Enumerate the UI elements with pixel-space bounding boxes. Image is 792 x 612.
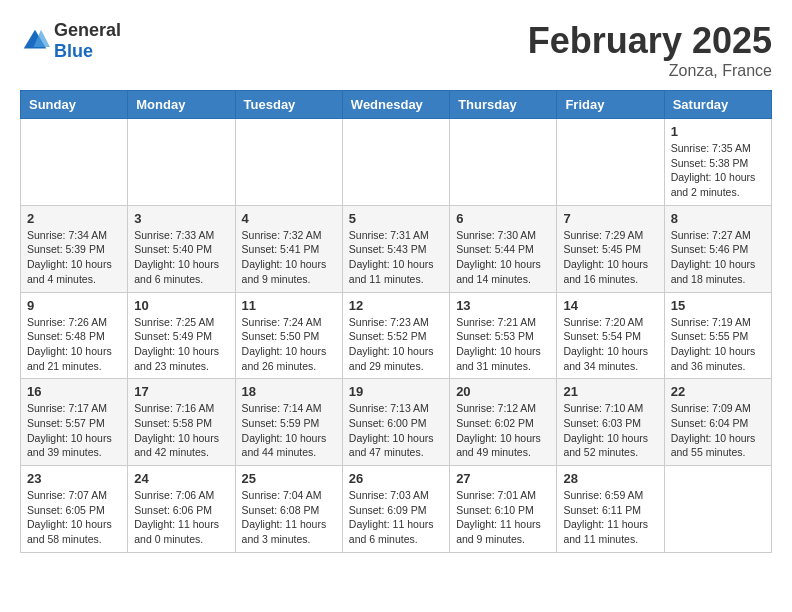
logo-text: General Blue <box>54 20 121 62</box>
col-header-wednesday: Wednesday <box>342 91 449 119</box>
day-info: Sunrise: 7:01 AM Sunset: 6:10 PM Dayligh… <box>456 488 550 547</box>
day-cell <box>21 119 128 206</box>
day-number: 15 <box>671 298 765 313</box>
week-row-2: 9Sunrise: 7:26 AM Sunset: 5:48 PM Daylig… <box>21 292 772 379</box>
logo-general-text: General <box>54 20 121 41</box>
day-number: 19 <box>349 384 443 399</box>
day-info: Sunrise: 7:14 AM Sunset: 5:59 PM Dayligh… <box>242 401 336 460</box>
day-number: 24 <box>134 471 228 486</box>
day-number: 11 <box>242 298 336 313</box>
day-info: Sunrise: 7:31 AM Sunset: 5:43 PM Dayligh… <box>349 228 443 287</box>
day-cell: 12Sunrise: 7:23 AM Sunset: 5:52 PM Dayli… <box>342 292 449 379</box>
day-info: Sunrise: 7:25 AM Sunset: 5:49 PM Dayligh… <box>134 315 228 374</box>
day-number: 17 <box>134 384 228 399</box>
day-cell: 6Sunrise: 7:30 AM Sunset: 5:44 PM Daylig… <box>450 205 557 292</box>
day-info: Sunrise: 7:17 AM Sunset: 5:57 PM Dayligh… <box>27 401 121 460</box>
day-number: 9 <box>27 298 121 313</box>
day-number: 10 <box>134 298 228 313</box>
day-number: 14 <box>563 298 657 313</box>
col-header-thursday: Thursday <box>450 91 557 119</box>
header: General Blue February 2025 Zonza, France <box>20 20 772 80</box>
day-cell: 14Sunrise: 7:20 AM Sunset: 5:54 PM Dayli… <box>557 292 664 379</box>
day-number: 8 <box>671 211 765 226</box>
day-number: 1 <box>671 124 765 139</box>
day-info: Sunrise: 7:34 AM Sunset: 5:39 PM Dayligh… <box>27 228 121 287</box>
day-cell <box>557 119 664 206</box>
logo-icon <box>20 26 50 56</box>
day-info: Sunrise: 7:07 AM Sunset: 6:05 PM Dayligh… <box>27 488 121 547</box>
day-number: 26 <box>349 471 443 486</box>
day-number: 4 <box>242 211 336 226</box>
day-info: Sunrise: 7:30 AM Sunset: 5:44 PM Dayligh… <box>456 228 550 287</box>
day-number: 28 <box>563 471 657 486</box>
day-cell: 28Sunrise: 6:59 AM Sunset: 6:11 PM Dayli… <box>557 466 664 553</box>
day-cell: 18Sunrise: 7:14 AM Sunset: 5:59 PM Dayli… <box>235 379 342 466</box>
day-cell: 20Sunrise: 7:12 AM Sunset: 6:02 PM Dayli… <box>450 379 557 466</box>
day-info: Sunrise: 7:29 AM Sunset: 5:45 PM Dayligh… <box>563 228 657 287</box>
day-cell: 5Sunrise: 7:31 AM Sunset: 5:43 PM Daylig… <box>342 205 449 292</box>
week-row-3: 16Sunrise: 7:17 AM Sunset: 5:57 PM Dayli… <box>21 379 772 466</box>
day-cell: 15Sunrise: 7:19 AM Sunset: 5:55 PM Dayli… <box>664 292 771 379</box>
day-info: Sunrise: 7:12 AM Sunset: 6:02 PM Dayligh… <box>456 401 550 460</box>
day-cell: 26Sunrise: 7:03 AM Sunset: 6:09 PM Dayli… <box>342 466 449 553</box>
day-number: 25 <box>242 471 336 486</box>
col-header-sunday: Sunday <box>21 91 128 119</box>
week-row-0: 1Sunrise: 7:35 AM Sunset: 5:38 PM Daylig… <box>21 119 772 206</box>
day-cell: 16Sunrise: 7:17 AM Sunset: 5:57 PM Dayli… <box>21 379 128 466</box>
calendar-header: SundayMondayTuesdayWednesdayThursdayFrid… <box>21 91 772 119</box>
day-cell: 13Sunrise: 7:21 AM Sunset: 5:53 PM Dayli… <box>450 292 557 379</box>
day-info: Sunrise: 7:27 AM Sunset: 5:46 PM Dayligh… <box>671 228 765 287</box>
day-info: Sunrise: 7:03 AM Sunset: 6:09 PM Dayligh… <box>349 488 443 547</box>
day-number: 7 <box>563 211 657 226</box>
day-info: Sunrise: 7:32 AM Sunset: 5:41 PM Dayligh… <box>242 228 336 287</box>
day-cell <box>664 466 771 553</box>
day-cell: 9Sunrise: 7:26 AM Sunset: 5:48 PM Daylig… <box>21 292 128 379</box>
day-info: Sunrise: 7:16 AM Sunset: 5:58 PM Dayligh… <box>134 401 228 460</box>
day-info: Sunrise: 7:09 AM Sunset: 6:04 PM Dayligh… <box>671 401 765 460</box>
day-info: Sunrise: 7:26 AM Sunset: 5:48 PM Dayligh… <box>27 315 121 374</box>
week-row-4: 23Sunrise: 7:07 AM Sunset: 6:05 PM Dayli… <box>21 466 772 553</box>
day-info: Sunrise: 7:20 AM Sunset: 5:54 PM Dayligh… <box>563 315 657 374</box>
day-number: 21 <box>563 384 657 399</box>
day-cell: 1Sunrise: 7:35 AM Sunset: 5:38 PM Daylig… <box>664 119 771 206</box>
day-info: Sunrise: 7:13 AM Sunset: 6:00 PM Dayligh… <box>349 401 443 460</box>
day-cell <box>235 119 342 206</box>
day-cell: 2Sunrise: 7:34 AM Sunset: 5:39 PM Daylig… <box>21 205 128 292</box>
day-info: Sunrise: 7:35 AM Sunset: 5:38 PM Dayligh… <box>671 141 765 200</box>
day-number: 27 <box>456 471 550 486</box>
calendar-body: 1Sunrise: 7:35 AM Sunset: 5:38 PM Daylig… <box>21 119 772 553</box>
day-info: Sunrise: 7:04 AM Sunset: 6:08 PM Dayligh… <box>242 488 336 547</box>
day-number: 22 <box>671 384 765 399</box>
day-info: Sunrise: 7:33 AM Sunset: 5:40 PM Dayligh… <box>134 228 228 287</box>
day-number: 18 <box>242 384 336 399</box>
calendar: SundayMondayTuesdayWednesdayThursdayFrid… <box>20 90 772 553</box>
day-info: Sunrise: 7:10 AM Sunset: 6:03 PM Dayligh… <box>563 401 657 460</box>
logo: General Blue <box>20 20 121 62</box>
header-row: SundayMondayTuesdayWednesdayThursdayFrid… <box>21 91 772 119</box>
day-number: 5 <box>349 211 443 226</box>
location: Zonza, France <box>528 62 772 80</box>
day-cell: 11Sunrise: 7:24 AM Sunset: 5:50 PM Dayli… <box>235 292 342 379</box>
day-cell: 24Sunrise: 7:06 AM Sunset: 6:06 PM Dayli… <box>128 466 235 553</box>
day-cell: 7Sunrise: 7:29 AM Sunset: 5:45 PM Daylig… <box>557 205 664 292</box>
col-header-saturday: Saturday <box>664 91 771 119</box>
month-year: February 2025 <box>528 20 772 62</box>
col-header-tuesday: Tuesday <box>235 91 342 119</box>
day-cell: 21Sunrise: 7:10 AM Sunset: 6:03 PM Dayli… <box>557 379 664 466</box>
day-info: Sunrise: 7:21 AM Sunset: 5:53 PM Dayligh… <box>456 315 550 374</box>
logo-blue-text: Blue <box>54 41 121 62</box>
day-cell <box>342 119 449 206</box>
day-info: Sunrise: 7:06 AM Sunset: 6:06 PM Dayligh… <box>134 488 228 547</box>
day-cell: 8Sunrise: 7:27 AM Sunset: 5:46 PM Daylig… <box>664 205 771 292</box>
day-cell: 25Sunrise: 7:04 AM Sunset: 6:08 PM Dayli… <box>235 466 342 553</box>
day-number: 20 <box>456 384 550 399</box>
day-cell: 22Sunrise: 7:09 AM Sunset: 6:04 PM Dayli… <box>664 379 771 466</box>
day-number: 16 <box>27 384 121 399</box>
day-number: 12 <box>349 298 443 313</box>
day-cell: 27Sunrise: 7:01 AM Sunset: 6:10 PM Dayli… <box>450 466 557 553</box>
day-cell <box>128 119 235 206</box>
day-number: 23 <box>27 471 121 486</box>
day-info: Sunrise: 6:59 AM Sunset: 6:11 PM Dayligh… <box>563 488 657 547</box>
col-header-monday: Monday <box>128 91 235 119</box>
day-number: 6 <box>456 211 550 226</box>
